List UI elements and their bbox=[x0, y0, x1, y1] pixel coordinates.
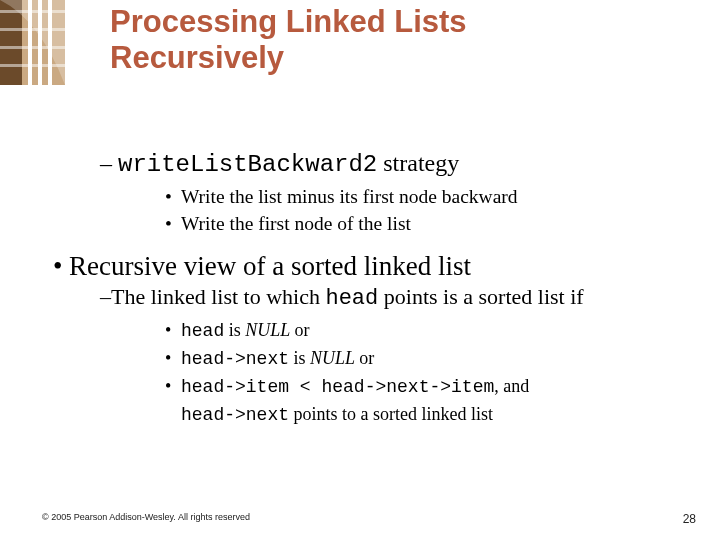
condition-item: •head->item < head->next->item, and bbox=[165, 373, 690, 401]
condition-item: head->next points to a sorted linked lis… bbox=[165, 401, 690, 429]
slide-body: –writeListBackward2 strategy •Write the … bbox=[45, 150, 690, 429]
condition-item: •head is NULL or bbox=[165, 317, 690, 345]
corner-decoration bbox=[0, 0, 65, 85]
title-line-2: Recursively bbox=[110, 40, 284, 75]
page-number: 28 bbox=[683, 512, 696, 526]
strategy-after: strategy bbox=[377, 150, 459, 176]
strategy-line: –writeListBackward2 strategy bbox=[100, 150, 690, 178]
title-line-1: Processing Linked Lists bbox=[110, 4, 467, 39]
strategy-code: writeListBackward2 bbox=[118, 151, 377, 178]
strategy-steps: •Write the list minus its first node bac… bbox=[165, 184, 690, 237]
slide-title: Processing Linked Lists Recursively bbox=[110, 4, 467, 75]
recursive-view-conditions: •head is NULL or •head->next is NULL or … bbox=[165, 317, 690, 429]
strategy-step: •Write the first node of the list bbox=[165, 211, 690, 236]
recursive-view-subheading: –The linked list to which head points is… bbox=[100, 284, 690, 311]
condition-item: •head->next is NULL or bbox=[165, 345, 690, 373]
copyright-text: © 2005 Pearson Addison-Wesley. All right… bbox=[42, 512, 250, 522]
recursive-view-heading: •Recursive view of a sorted linked list bbox=[53, 251, 690, 282]
svg-rect-8 bbox=[0, 64, 65, 67]
strategy-step: •Write the list minus its first node bac… bbox=[165, 184, 690, 209]
